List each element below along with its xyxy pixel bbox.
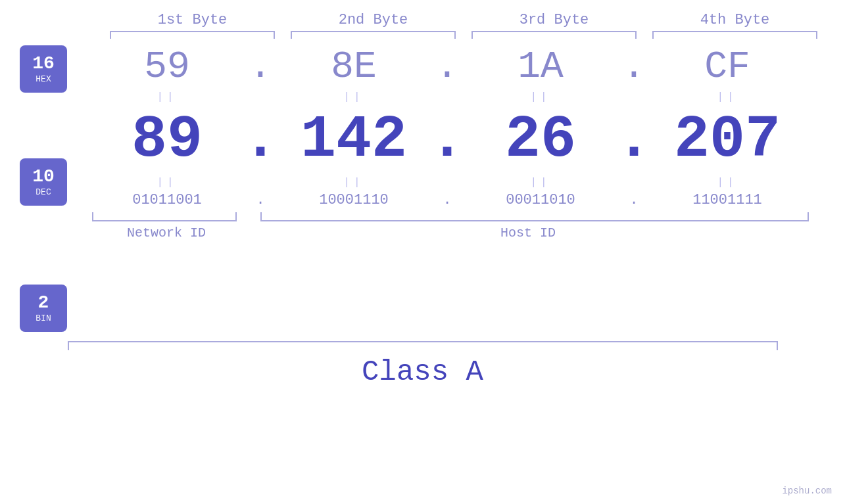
dec-badge: 10 DEC [20,158,67,206]
byte-header-1: 1st Byte [102,12,283,28]
hex-val-1: 59 [85,45,249,88]
eq-2-3: || [459,177,622,189]
hex-text-3: 1A [518,45,564,88]
eq-1-1: || [85,91,249,103]
bin-dot-2: . [435,192,459,208]
bin-text-1: 01011001 [132,192,202,208]
dec-badge-number: 10 [32,168,55,186]
dec-text-3: 26 [505,106,576,173]
eq-2-1: || [85,177,249,189]
byte-header-4: 4th Byte [644,12,825,28]
hex-text-2: 8E [331,45,377,88]
bin-val-1: 01011001 [85,192,249,208]
dec-text-2: 142 [301,106,407,173]
hex-text-4: CF [704,45,750,88]
eq-1-2: || [272,91,435,103]
main-container: 1st Byte 2nd Byte 3rd Byte 4th Byte 16 H… [0,0,845,504]
dec-dot-3: . [622,106,646,173]
network-id-label: Network ID [85,225,247,241]
bracket-top-3 [471,31,637,39]
hex-val-3: 1A [459,45,622,88]
dec-text-1: 89 [132,106,203,173]
bin-dot-1: . [249,192,272,208]
dec-val-4: 207 [646,106,809,173]
dec-val-2: 142 [272,106,435,173]
class-bracket [68,341,778,350]
class-section: Class A [0,341,845,388]
byte-header-3: 3rd Byte [464,12,644,28]
bin-val-2: 10001110 [272,192,435,208]
equals-row-2: || || || || [85,173,809,192]
dec-dot-2: . [435,106,459,173]
bin-text-3: 00011010 [506,192,575,208]
bin-val-3: 00011010 [459,192,622,208]
eq-2-2: || [272,177,435,189]
eq-1-4: || [646,91,809,103]
host-id-label: Host ID [247,225,809,241]
bracket-top-4 [652,31,817,39]
bin-dot-3: . [622,192,646,208]
eq-2-4: || [646,177,809,189]
bin-badge-number: 2 [38,294,49,312]
dec-badge-label: DEC [36,187,51,197]
values-area: 59 . 8E . 1A . CF [85,45,809,332]
watermark: ipshu.com [782,486,832,496]
dec-val-1: 89 [85,106,249,173]
eq-1-3: || [459,91,622,103]
hex-val-2: 8E [272,45,435,88]
byte-headers: 1st Byte 2nd Byte 3rd Byte 4th Byte [102,12,825,28]
top-brackets [102,31,825,39]
dec-val-3: 26 [459,106,622,173]
hex-val-4: CF [646,45,809,88]
base-badges-column: 16 HEX 10 DEC 2 BIN [0,45,85,332]
hex-text-1: 59 [144,45,190,88]
bin-row: 01011001 . 10001110 . 00011010 . [85,192,809,208]
class-label: Class A [362,355,483,388]
hex-badge-label: HEX [36,74,51,84]
hex-badge: 16 HEX [20,45,67,93]
bin-text-2: 10001110 [319,192,389,208]
byte-header-2: 2nd Byte [283,12,464,28]
bin-val-4: 11001111 [646,192,809,208]
network-id-bracket [92,212,237,221]
bottom-brackets [85,212,809,221]
dec-row: 89 . 142 . 26 . 207 [85,106,809,173]
bracket-top-1 [110,31,275,39]
bin-badge: 2 BIN [20,285,67,332]
host-id-bracket [260,212,809,221]
hex-dot-3: . [622,45,646,88]
bin-badge-label: BIN [36,313,51,323]
dec-text-4: 207 [674,106,781,173]
hex-badge-number: 16 [32,55,55,73]
hex-dot-1: . [249,45,272,88]
id-labels: Network ID Host ID [85,225,809,241]
equals-row-1: || || || || [85,88,809,106]
hex-dot-2: . [435,45,459,88]
bin-text-4: 11001111 [692,192,762,208]
hex-row: 59 . 8E . 1A . CF [85,45,809,88]
dec-dot-1: . [249,106,272,173]
bracket-top-2 [291,31,456,39]
